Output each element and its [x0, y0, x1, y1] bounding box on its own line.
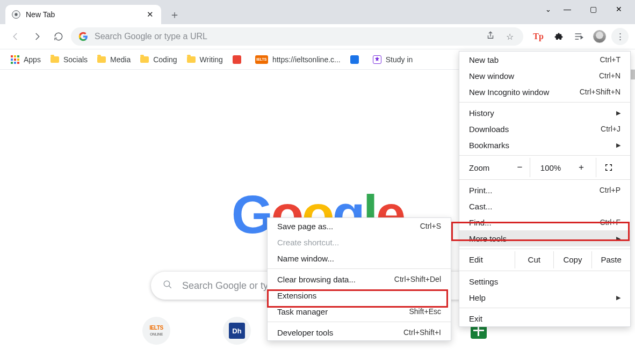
menu-item-cast[interactable]: Cast...	[459, 198, 630, 214]
zoom-level: 100%	[535, 163, 567, 172]
bookmark-label: Writing	[200, 55, 223, 64]
bookmark-apps[interactable]: Apps	[11, 55, 41, 64]
address-bar[interactable]: Search Google or type a URL ☆	[71, 27, 523, 46]
close-window-button[interactable]: ✕	[607, 1, 631, 17]
omnibox-placeholder: Search Google or type a URL	[95, 32, 477, 41]
fullscreen-button[interactable]	[596, 158, 620, 177]
menu-item-bookmarks[interactable]: Bookmarks▶	[459, 137, 630, 153]
favicon-icon	[373, 55, 381, 64]
menu-item-new-window[interactable]: New windowCtrl+N	[459, 68, 630, 84]
submenu-item-clear-data[interactable]: Clear browsing data...Ctrl+Shift+Del	[268, 271, 451, 287]
favicon-icon: IELTS	[255, 55, 268, 64]
back-button[interactable]	[6, 27, 25, 46]
extension-tp-icon[interactable]: Tp	[530, 28, 547, 45]
bookmark-folder[interactable]: Media	[97, 55, 131, 64]
bookmark-link[interactable]	[233, 55, 246, 64]
edit-copy[interactable]: Copy	[554, 251, 593, 268]
more-tools-submenu: Save page as...Ctrl+S Create shortcut...…	[267, 217, 451, 341]
bookmark-label: Apps	[24, 55, 41, 64]
zoom-in-button[interactable]: +	[571, 158, 591, 177]
chevron-down-icon[interactable]: ⌄	[543, 5, 553, 13]
submenu-item-extensions[interactable]: Extensions	[268, 287, 451, 303]
menu-item-new-tab[interactable]: New tabCtrl+T	[459, 52, 630, 68]
reload-button[interactable]	[49, 27, 68, 46]
bookmark-label: Socials	[63, 55, 88, 64]
bookmark-star-icon[interactable]: ☆	[504, 32, 516, 42]
menu-item-help[interactable]: Help▶	[459, 289, 630, 305]
minimize-button[interactable]: —	[555, 1, 579, 17]
folder-icon	[187, 56, 196, 63]
bookmark-label: Coding	[153, 55, 177, 64]
menu-item-more-tools[interactable]: More tools▶	[459, 230, 630, 246]
edit-cut[interactable]: Cut	[515, 251, 554, 268]
extensions-icon[interactable]	[550, 28, 567, 45]
bookmark-folder[interactable]: Coding	[140, 55, 177, 64]
bookmark-folder[interactable]: Writing	[187, 55, 223, 64]
shortcut-tile[interactable]: Dh	[223, 317, 251, 345]
svg-point-2	[164, 281, 170, 287]
apps-icon	[11, 55, 19, 64]
menu-item-incognito[interactable]: New Incognito windowCtrl+Shift+N	[459, 84, 630, 100]
maximize-button[interactable]: ▢	[581, 1, 605, 17]
menu-item-downloads[interactable]: DownloadsCtrl+J	[459, 121, 630, 137]
bookmark-link[interactable]: IELTS https://ieltsonline.c...	[255, 55, 341, 64]
google-g-icon	[78, 32, 88, 41]
favicon-icon	[233, 55, 241, 64]
menu-item-edit: Edit Cut Copy Paste	[459, 251, 630, 268]
edit-paste[interactable]: Paste	[592, 251, 630, 268]
zoom-out-button[interactable]: −	[510, 158, 530, 177]
toolbar: Search Google or type a URL ☆ Tp ⋮	[0, 24, 635, 49]
share-icon[interactable]	[484, 31, 497, 42]
submenu-item-create-shortcut: Create shortcut...	[268, 234, 451, 250]
bookmark-link[interactable]: Study in	[373, 55, 413, 64]
profile-avatar[interactable]	[591, 28, 608, 45]
window-controls: ⌄ — ▢ ✕	[543, 1, 631, 17]
submenu-item-devtools[interactable]: Developer toolsCtrl+Shift+I	[268, 324, 451, 340]
shortcut-tile[interactable]: IELTSONLINE	[142, 317, 170, 345]
menu-item-zoom: Zoom − 100% +	[459, 158, 630, 177]
svg-point-1	[15, 13, 17, 16]
menu-item-find[interactable]: Find...Ctrl+F	[459, 214, 630, 230]
submenu-item-name-window[interactable]: Name window...	[268, 250, 451, 266]
new-tab-button[interactable]: ＋	[167, 6, 183, 23]
menu-item-exit[interactable]: Exit	[459, 310, 630, 326]
bookmark-folder[interactable]: Socials	[50, 55, 88, 64]
bookmark-label: Study in	[386, 55, 413, 64]
toolbar-actions: Tp ⋮	[526, 28, 629, 45]
tab-close-icon[interactable]: ✕	[145, 10, 155, 19]
main-menu: New tabCtrl+T New windowCtrl+N New Incog…	[459, 51, 631, 327]
bookmark-link[interactable]	[350, 55, 363, 64]
folder-icon	[50, 56, 59, 63]
more-menu-button[interactable]: ⋮	[611, 28, 629, 45]
bookmark-label: Media	[110, 55, 131, 64]
search-icon	[163, 280, 172, 292]
menu-item-history[interactable]: History▶	[459, 105, 630, 121]
folder-icon	[97, 56, 106, 63]
media-icon[interactable]	[571, 28, 588, 45]
forward-button[interactable]	[28, 27, 46, 46]
folder-icon	[140, 56, 149, 63]
menu-item-print[interactable]: Print...Ctrl+P	[459, 182, 630, 198]
menu-item-settings[interactable]: Settings	[459, 273, 630, 289]
chrome-icon	[12, 10, 20, 19]
browser-tab[interactable]: New Tab ✕	[5, 5, 161, 24]
tab-title: New Tab	[26, 10, 55, 19]
submenu-item-save-page[interactable]: Save page as...Ctrl+S	[268, 218, 451, 234]
favicon-icon	[350, 55, 359, 64]
bookmark-label: https://ieltsonline.c...	[272, 55, 341, 64]
titlebar: New Tab ✕ ＋ ⌄ — ▢ ✕	[0, 0, 635, 24]
submenu-item-task-manager[interactable]: Task managerShift+Esc	[268, 303, 451, 319]
